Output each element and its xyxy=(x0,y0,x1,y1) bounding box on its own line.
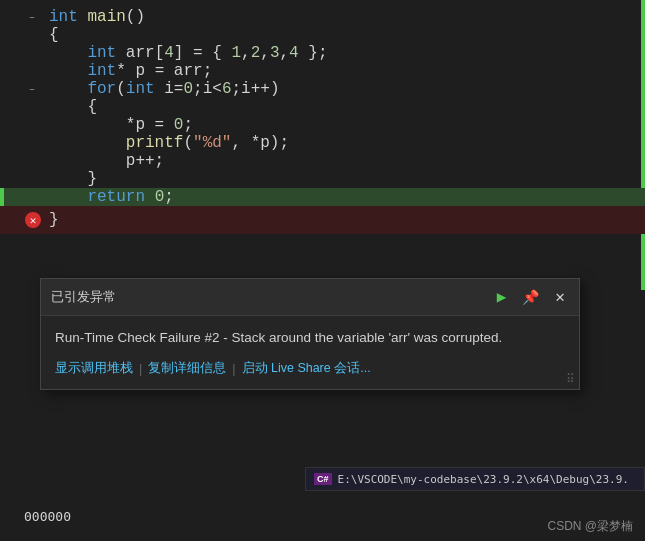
code-text-10: } xyxy=(45,170,645,188)
popup-message: Run-Time Check Failure #2 - Stack around… xyxy=(55,328,565,348)
gutter-1: – xyxy=(0,12,45,23)
separator-2: | xyxy=(232,362,235,376)
debug-exception-popup: 已引发异常 ▶ 📌 ✕ Run-Time Check Failure #2 - … xyxy=(40,278,580,390)
code-text-3: int arr[4] = { 1,2,3,4 }; xyxy=(45,44,645,62)
code-line-7: *p = 0; xyxy=(0,116,645,134)
fold-icon-5[interactable]: – xyxy=(29,84,35,95)
popup-titlebar: 已引发异常 ▶ 📌 ✕ xyxy=(41,279,579,316)
popup-links: 显示调用堆栈 | 复制详细信息 | 启动 Live Share 会话... xyxy=(55,360,565,377)
output-text: 000000 xyxy=(24,509,71,524)
code-line-2: { xyxy=(0,26,645,44)
code-line-3: int arr[4] = { 1,2,3,4 }; xyxy=(0,44,645,62)
error-indicator: ✕ xyxy=(25,212,41,228)
separator-1: | xyxy=(139,362,142,376)
live-share-link[interactable]: 启动 Live Share 会话... xyxy=(242,360,371,377)
terminal-titlebar: C# E:\VSCODE\my-codebase\23.9.2\x64\Debu… xyxy=(305,467,645,491)
code-text-12: } xyxy=(45,211,645,229)
popup-play-button[interactable]: ▶ xyxy=(493,285,511,309)
show-stack-link[interactable]: 显示调用堆栈 xyxy=(55,360,133,377)
code-text-1: int main() xyxy=(45,8,645,26)
code-editor: – int main() { int arr[4] = { 1,2,3,4 };… xyxy=(0,0,645,310)
terminal-path: E:\VSCODE\my-codebase\23.9.2\x64\Debug\2… xyxy=(338,473,629,486)
code-text-5: for(int i=0;i<6;i++) xyxy=(45,80,645,98)
watermark: CSDN @梁梦楠 xyxy=(547,518,633,535)
popup-actions: ▶ 📌 ✕ xyxy=(493,285,569,309)
code-line-9: p++; xyxy=(0,152,645,170)
gutter-12: ✕ xyxy=(0,212,45,228)
code-line-4: int* p = arr; xyxy=(0,62,645,80)
popup-pin-button[interactable]: 📌 xyxy=(518,287,543,308)
popup-title: 已引发异常 xyxy=(51,288,116,306)
popup-body: Run-Time Check Failure #2 - Stack around… xyxy=(41,316,579,389)
code-line-1: – int main() xyxy=(0,8,645,26)
debug-line-indicator xyxy=(0,188,4,206)
terminal-output: 000000 xyxy=(12,501,83,534)
code-line-11: return 0; xyxy=(0,188,645,206)
code-text-11: return 0; xyxy=(45,188,645,206)
vs-logo: C# xyxy=(314,473,332,485)
code-line-5: – for(int i=0;i<6;i++) xyxy=(0,80,645,98)
code-line-8: printf("%d", *p); xyxy=(0,134,645,152)
code-text-2: { xyxy=(45,26,645,44)
resize-handle[interactable]: ⠿ xyxy=(566,372,575,387)
code-text-8: printf("%d", *p); xyxy=(45,134,645,152)
copy-details-link[interactable]: 复制详细信息 xyxy=(148,360,226,377)
code-line-6: { xyxy=(0,98,645,116)
popup-close-button[interactable]: ✕ xyxy=(551,285,569,309)
code-text-4: int* p = arr; xyxy=(45,62,645,80)
code-text-7: *p = 0; xyxy=(45,116,645,134)
code-line-10: } xyxy=(0,170,645,188)
code-text-9: p++; xyxy=(45,152,645,170)
gutter-5: – xyxy=(0,84,45,95)
code-text-6: { xyxy=(45,98,645,116)
code-line-12: ✕ } xyxy=(0,206,645,234)
fold-icon-1[interactable]: – xyxy=(29,12,35,23)
